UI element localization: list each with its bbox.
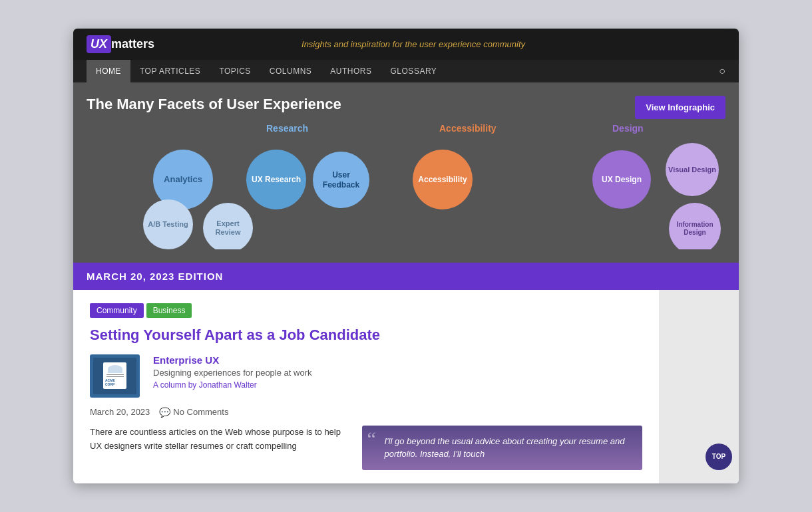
search-icon[interactable]: ○ <box>719 65 725 77</box>
infographic-section: The Many Facets of User Experience View … <box>73 82 739 263</box>
nav-item-topics[interactable]: TOPICS <box>210 60 260 82</box>
site-header: UX matters Insights and inspiration for … <box>73 29 739 60</box>
quote-block: “ I'll go beyond the usual advice about … <box>362 426 643 470</box>
logo-area: UX matters <box>87 35 154 53</box>
article-title[interactable]: Setting Yourself Apart as a Job Candidat… <box>90 326 642 345</box>
bubble-area: Research Accessibility Design Analytics … <box>87 123 725 249</box>
quote-text: I'll go beyond the usual advice about cr… <box>371 435 634 461</box>
bubble-ux-research[interactable]: UX Research <box>246 150 306 209</box>
logo-matters[interactable]: matters <box>111 37 154 51</box>
bubble-expert-review[interactable]: ExpertReview <box>203 203 253 249</box>
bubble-ux-design[interactable]: UX Design <box>592 150 651 209</box>
browser-frame: UX matters Insights and inspiration for … <box>73 29 739 483</box>
article-source[interactable]: Enterprise UX <box>153 354 642 366</box>
column-prefix: A column by <box>153 380 196 390</box>
article-body: There are countless articles on the Web … <box>90 426 642 470</box>
main-content: Community Business Setting Yourself Apar… <box>73 290 739 483</box>
right-sidebar: TOP <box>659 290 739 483</box>
tag-community[interactable]: Community <box>90 303 144 318</box>
nav-item-authors[interactable]: AUTHORS <box>321 60 381 82</box>
logo-ux[interactable]: UX <box>87 35 111 53</box>
comment-count[interactable]: No Comments <box>173 407 228 417</box>
category-label-design: Design <box>612 123 644 134</box>
bubble-ab-testing[interactable]: A/B Testing <box>143 199 193 249</box>
top-button[interactable]: TOP <box>706 444 732 470</box>
nav-item-home[interactable]: HOME <box>87 60 130 82</box>
article-text: There are countless articles on the Web … <box>90 426 352 470</box>
comment-icon: 💬 <box>159 407 170 418</box>
nav-item-columns[interactable]: COLUMNS <box>260 60 321 82</box>
view-infographic-button[interactable]: View Infographic <box>635 96 725 119</box>
nav-items: HOME TOP ARTICLES TOPICS COLUMNS AUTHORS… <box>87 60 446 82</box>
article-column: A column by Jonathan Walter <box>153 380 642 390</box>
article-date: March 20, 2023 <box>90 407 150 417</box>
article-date-row: March 20, 2023 💬 No Comments <box>90 407 642 418</box>
tag-business[interactable]: Business <box>146 303 192 318</box>
tag-row: Community Business <box>90 303 642 318</box>
bubble-user-feedback[interactable]: User Feedback <box>313 152 369 208</box>
author-link[interactable]: Jonathan Walter <box>199 380 257 390</box>
article-thumbnail: ACME CORP <box>90 354 140 398</box>
site-nav: HOME TOP ARTICLES TOPICS COLUMNS AUTHORS… <box>73 60 739 82</box>
edition-banner: MARCH 20, 2023 EDITION <box>73 263 739 290</box>
nav-item-top-articles[interactable]: TOP ARTICLES <box>130 60 210 82</box>
nav-item-glossary[interactable]: GLOSSARY <box>381 60 447 82</box>
article-info: Enterprise UX Designing experiences for … <box>153 354 642 390</box>
article-area: Community Business Setting Yourself Apar… <box>73 290 659 483</box>
quote-mark-icon: “ <box>367 429 376 449</box>
infographic-title: The Many Facets of User Experience <box>87 96 725 113</box>
bubble-accessibility[interactable]: Accessibility <box>413 150 473 209</box>
category-label-accessibility: Accessibility <box>439 123 497 134</box>
comment-link[interactable]: 💬 No Comments <box>159 407 228 418</box>
article-description: Designing experiences for people at work <box>153 368 642 378</box>
article-meta-row: ACME CORP Enterprise UX Designing experi… <box>90 354 642 398</box>
tagline: Insights and inspiration for the user ex… <box>154 39 672 49</box>
bubble-visual-design[interactable]: Visual Design <box>666 143 719 196</box>
bubble-info-design[interactable]: Information Design <box>669 203 721 249</box>
category-label-research: Research <box>266 123 308 134</box>
